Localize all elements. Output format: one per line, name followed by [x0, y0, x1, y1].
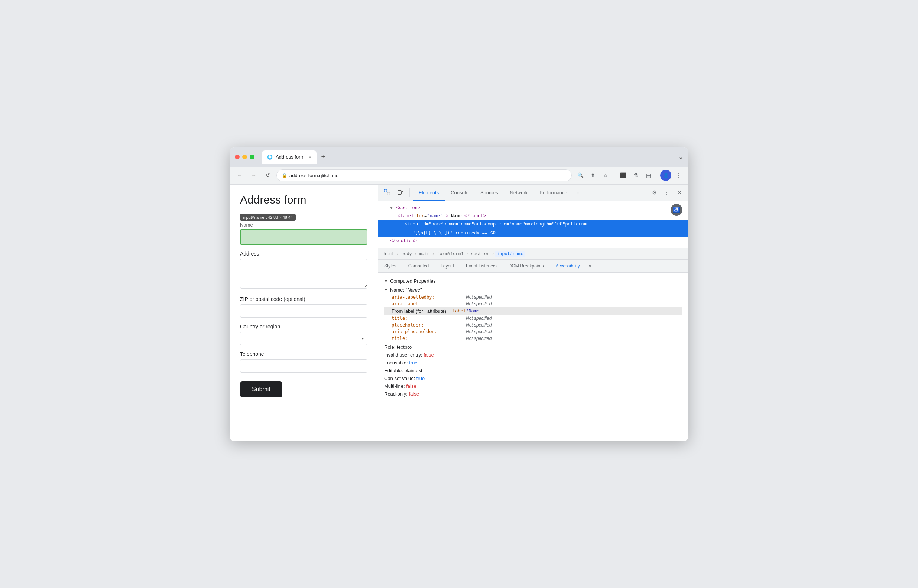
sidebar-button[interactable]: ▤: [643, 170, 654, 181]
nav-bar: ← → ↺ 🔒 address-form.glitch.me 🔍 ⬆ ☆ ⬛ ⚗…: [230, 167, 688, 184]
name-expand-icon: ▼: [384, 288, 388, 292]
accessibility-icon[interactable]: ♿: [671, 204, 682, 216]
reload-button[interactable]: ↺: [262, 170, 273, 181]
devtools-toolbar: Elements Console Sources Network Perform…: [378, 184, 688, 201]
profile-button[interactable]: 👤: [660, 170, 671, 181]
tab-bar: 🌐 Address form × + ⌄: [262, 150, 683, 164]
tab-styles[interactable]: Styles: [378, 259, 402, 273]
tab-performance[interactable]: Performance: [533, 184, 573, 201]
address-bar[interactable]: 🔒 address-form.glitch.me: [276, 170, 572, 181]
svg-rect-2: [398, 191, 401, 195]
devtools-settings-button[interactable]: ⚙: [648, 186, 660, 198]
tab-accessibility[interactable]: Accessibility: [550, 259, 586, 273]
address-input[interactable]: [240, 259, 367, 289]
tab-close-button[interactable]: ×: [309, 155, 311, 159]
tab-dom-breakpoints[interactable]: DOM Breakpoints: [503, 259, 550, 273]
zip-input[interactable]: [240, 304, 367, 318]
forward-icon: →: [251, 172, 256, 178]
layout-label: Layout: [441, 263, 454, 268]
element-picker-button[interactable]: [381, 186, 393, 198]
name-input-highlighted: [240, 229, 367, 245]
tab-layout[interactable]: Layout: [435, 259, 460, 273]
tab-event-listeners[interactable]: Event Listeners: [460, 259, 503, 273]
placeholder-key: placeholder:: [391, 322, 466, 328]
tab-sources[interactable]: Sources: [474, 184, 504, 201]
forward-button[interactable]: →: [248, 170, 259, 181]
country-select[interactable]: [240, 332, 367, 345]
focusable-value: true: [409, 360, 417, 365]
reload-icon: ↺: [266, 172, 270, 178]
lab-button[interactable]: ⚗: [630, 170, 641, 181]
editable-value: plaintext: [404, 368, 422, 373]
active-tab[interactable]: 🌐 Address form ×: [262, 150, 317, 164]
event-listeners-label: Event Listeners: [466, 263, 497, 268]
breadcrumb-section[interactable]: section: [469, 251, 491, 257]
telephone-input[interactable]: [240, 359, 367, 373]
breadcrumb-main[interactable]: main: [418, 251, 432, 257]
breadcrumb-form[interactable]: form#form1: [435, 251, 465, 257]
address-label: Address: [240, 251, 367, 257]
tab-elements[interactable]: Elements: [413, 184, 445, 201]
tab-network[interactable]: Network: [504, 184, 534, 201]
tree-section-close[interactable]: </section>: [378, 237, 688, 245]
close-button[interactable]: [235, 155, 240, 159]
computed-props-label: Computed Properties: [390, 278, 436, 284]
tab-console[interactable]: Console: [445, 184, 474, 201]
back-button[interactable]: ←: [234, 170, 245, 181]
main-content: Address form input#name 342.88 × 48.44 N…: [230, 184, 688, 441]
more-button[interactable]: ⋮: [673, 170, 684, 181]
bookmark-button[interactable]: ☆: [600, 170, 611, 181]
can-set-row: Can set value: true: [384, 375, 682, 382]
minimize-button[interactable]: [242, 155, 247, 159]
back-icon: ←: [237, 172, 242, 178]
maximize-button[interactable]: [250, 155, 254, 159]
accessibility-label: Accessibility: [556, 263, 580, 268]
tree-ellipsis[interactable]: …: [398, 221, 403, 227]
name-value-text: Name: "Name": [390, 287, 422, 293]
tab-overflow-button[interactable]: »: [573, 190, 582, 195]
breadcrumb-body[interactable]: body: [400, 251, 414, 257]
readonly-row: Read-only: false: [384, 390, 682, 398]
computed-expand-icon: ▼: [384, 279, 388, 283]
title-key2: title:: [391, 336, 466, 341]
name-header[interactable]: ▼ Name: "Name": [384, 286, 682, 294]
breadcrumb-html[interactable]: html: [382, 251, 396, 257]
svg-rect-1: [388, 193, 390, 195]
traffic-lights: [235, 155, 254, 159]
name-section: ▼ Name: "Name" aria-labelledby: Not spec…: [384, 286, 682, 342]
breadcrumb-input[interactable]: input#name: [495, 251, 525, 257]
submit-button[interactable]: Submit: [240, 381, 282, 397]
title-bar: 🌐 Address form × + ⌄: [230, 147, 688, 167]
extensions-button[interactable]: ⬛: [617, 170, 629, 181]
computed-props-header[interactable]: ▼ Computed Properties: [384, 276, 682, 286]
tree-section-open[interactable]: ▼ <section>: [378, 204, 688, 212]
devtools-tabs: Elements Console Sources Network Perform…: [413, 184, 647, 201]
collapse-icon: ▼: [390, 205, 393, 211]
title-key1: title:: [391, 316, 466, 321]
title-val1: Not specified: [466, 316, 491, 321]
share-button[interactable]: ⬆: [587, 170, 598, 181]
can-set-value: true: [417, 376, 425, 381]
tree-input-selected[interactable]: … <input id="name" name="name" autocompl…: [378, 220, 688, 228]
html-tree: ▼ <section> <label for="name" > Name </l…: [378, 201, 688, 249]
aria-placeholder-key: aria-placeholder:: [391, 329, 466, 334]
devtools-more-button[interactable]: ⋮: [661, 186, 673, 198]
html-tree-container: ♿ ▼ <section> <label for="name" > Name <…: [378, 201, 688, 249]
url-text: address-form.glitch.me: [289, 173, 566, 178]
tab-overflow-button[interactable]: ⌄: [678, 153, 683, 160]
aria-label-val: Not specified: [466, 301, 491, 307]
tab-title: Address form: [276, 154, 304, 160]
tab-computed[interactable]: Computed: [402, 259, 435, 273]
new-tab-button[interactable]: +: [318, 152, 328, 162]
props-overflow-button[interactable]: »: [586, 263, 595, 268]
telephone-label: Telephone: [240, 351, 367, 357]
devtools-close-button[interactable]: ×: [674, 186, 685, 198]
tab-performance-label: Performance: [540, 190, 567, 195]
tree-label[interactable]: <label for="name" > Name </label>: [378, 212, 688, 220]
name-label: Name: [240, 222, 367, 228]
device-toolbar-button[interactable]: [394, 186, 406, 198]
aria-placeholder-val: Not specified: [466, 329, 491, 334]
devtools-panel: Elements Console Sources Network Perform…: [378, 184, 688, 441]
styles-label: Styles: [384, 263, 396, 268]
search-button[interactable]: 🔍: [575, 170, 586, 181]
